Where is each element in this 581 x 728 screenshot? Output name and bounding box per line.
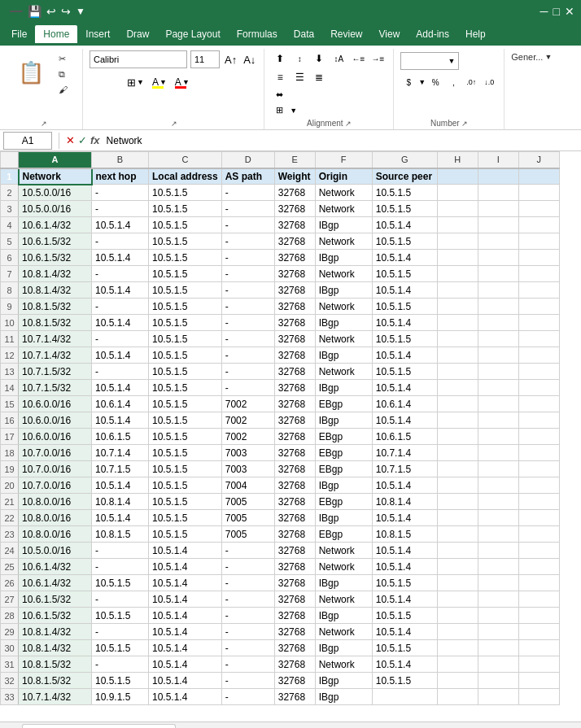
row-number-2[interactable]: 2: [1, 185, 19, 201]
cell-9-F[interactable]: Network: [315, 299, 372, 315]
cell-19-D[interactable]: 7003: [221, 461, 274, 477]
align-middle-button[interactable]: ↕: [290, 50, 308, 67]
cell-6-D[interactable]: -: [221, 250, 274, 266]
cell-22-E[interactable]: 32768: [274, 510, 315, 526]
cell-33-A[interactable]: 10.7.1.4/32: [19, 689, 92, 705]
cell-empty[interactable]: [518, 575, 559, 591]
sheet-tab-main[interactable]: BgpLearnedRoutes_akn-vnet1-: [22, 724, 176, 728]
cell-17-G[interactable]: 10.6.1.5: [372, 429, 437, 445]
cell-23-A[interactable]: 10.8.0.0/16: [19, 526, 92, 543]
cell-8-E[interactable]: 32768: [274, 282, 315, 299]
cell-empty[interactable]: [478, 315, 518, 331]
merge-dropdown-icon[interactable]: ▼: [290, 107, 297, 115]
row-number-11[interactable]: 11: [1, 331, 19, 347]
cell-empty[interactable]: [437, 396, 478, 412]
cell-empty[interactable]: [437, 575, 478, 591]
menu-review[interactable]: Review: [322, 25, 370, 43]
cell-1-C[interactable]: Local address: [149, 168, 222, 185]
cell-27-G[interactable]: 10.5.1.4: [372, 591, 437, 608]
cell-empty[interactable]: [478, 575, 518, 591]
cell-16-C[interactable]: 10.5.1.5: [149, 412, 222, 429]
row-number-29[interactable]: 29: [1, 624, 19, 640]
cell-empty[interactable]: [478, 526, 518, 543]
row-number-12[interactable]: 12: [1, 347, 19, 364]
close-icon[interactable]: ✕: [565, 5, 574, 18]
cell-27-A[interactable]: 10.6.1.5/32: [19, 591, 92, 608]
row-number-31[interactable]: 31: [1, 656, 19, 673]
general-dropdown-icon[interactable]: ▼: [544, 53, 552, 61]
font-shrink-button[interactable]: A↓: [242, 53, 257, 67]
col-header-D[interactable]: D: [221, 152, 274, 168]
cell-empty[interactable]: [437, 266, 478, 282]
cell-25-G[interactable]: 10.5.1.4: [372, 559, 437, 575]
cell-22-D[interactable]: 7005: [221, 510, 274, 526]
cell-29-E[interactable]: 32768: [274, 624, 315, 640]
cell-18-F[interactable]: EBgp: [315, 445, 372, 461]
col-header-J[interactable]: J: [518, 152, 559, 168]
cell-empty[interactable]: [478, 380, 518, 396]
cell-3-B[interactable]: -: [92, 201, 149, 217]
cell-26-F[interactable]: IBgp: [315, 575, 372, 591]
cell-30-G[interactable]: 10.5.1.5: [372, 640, 437, 656]
cell-6-F[interactable]: IBgp: [315, 250, 372, 266]
cell-21-B[interactable]: 10.8.1.4: [92, 494, 149, 510]
cell-30-C[interactable]: 10.5.1.4: [149, 640, 222, 656]
cell-empty[interactable]: [478, 591, 518, 608]
cell-empty[interactable]: [437, 477, 478, 494]
cell-32-E[interactable]: 32768: [274, 673, 315, 689]
cell-empty[interactable]: [518, 201, 559, 217]
cell-28-E[interactable]: 32768: [274, 608, 315, 624]
cell-empty[interactable]: [478, 364, 518, 380]
cell-6-E[interactable]: 32768: [274, 250, 315, 266]
cell-28-B[interactable]: 10.5.1.5: [92, 608, 149, 624]
row-number-27[interactable]: 27: [1, 591, 19, 608]
cell-29-G[interactable]: 10.5.1.4: [372, 624, 437, 640]
cell-27-D[interactable]: -: [221, 591, 274, 608]
cell-32-F[interactable]: IBgp: [315, 673, 372, 689]
maximize-icon[interactable]: □: [553, 5, 560, 18]
cell-23-E[interactable]: 32768: [274, 526, 315, 543]
cell-30-D[interactable]: -: [221, 640, 274, 656]
row-number-5[interactable]: 5: [1, 233, 19, 250]
cell-7-D[interactable]: -: [221, 266, 274, 282]
cell-1-F[interactable]: Origin: [315, 168, 372, 185]
confirm-formula-icon[interactable]: ✓: [78, 134, 87, 146]
save-icon[interactable]: 💾: [28, 5, 42, 18]
cell-empty[interactable]: [437, 233, 478, 250]
cell-28-G[interactable]: 10.5.1.5: [372, 608, 437, 624]
col-header-F[interactable]: F: [315, 152, 372, 168]
cell-empty[interactable]: [478, 233, 518, 250]
cell-empty[interactable]: [478, 429, 518, 445]
general-format-button[interactable]: Gener... ▼: [511, 52, 552, 62]
cell-empty[interactable]: [478, 461, 518, 477]
cell-29-D[interactable]: -: [221, 624, 274, 640]
cell-9-G[interactable]: 10.5.1.5: [372, 299, 437, 315]
cell-20-F[interactable]: IBgp: [315, 477, 372, 494]
cell-empty[interactable]: [478, 543, 518, 559]
cell-14-G[interactable]: 10.5.1.4: [372, 380, 437, 396]
cell-empty[interactable]: [518, 461, 559, 477]
cell-27-F[interactable]: Network: [315, 591, 372, 608]
cell-13-E[interactable]: 32768: [274, 364, 315, 380]
cell-17-C[interactable]: 10.5.1.5: [149, 429, 222, 445]
cell-25-F[interactable]: Network: [315, 559, 372, 575]
autosave-toggle[interactable]: [10, 11, 23, 12]
cell-empty[interactable]: [518, 494, 559, 510]
cell-12-B[interactable]: 10.5.1.4: [92, 347, 149, 364]
cell-19-G[interactable]: 10.7.1.5: [372, 461, 437, 477]
align-center-button[interactable]: ☰: [290, 69, 308, 85]
cell-21-E[interactable]: 32768: [274, 494, 315, 510]
formula-input[interactable]: [103, 133, 578, 148]
cell-28-D[interactable]: -: [221, 608, 274, 624]
cell-12-E[interactable]: 32768: [274, 347, 315, 364]
cell-9-E[interactable]: 32768: [274, 299, 315, 315]
minimize-icon[interactable]: ─: [540, 5, 548, 18]
cell-22-G[interactable]: 10.5.1.4: [372, 510, 437, 526]
cell-empty[interactable]: [437, 429, 478, 445]
cell-26-A[interactable]: 10.6.1.4/32: [19, 575, 92, 591]
cell-8-G[interactable]: 10.5.1.4: [372, 282, 437, 299]
customize-icon[interactable]: ▼: [76, 6, 85, 17]
currency-dropdown-icon[interactable]: ▼: [418, 78, 426, 86]
corner-cell[interactable]: [1, 152, 19, 168]
font-size-input[interactable]: [190, 50, 220, 68]
